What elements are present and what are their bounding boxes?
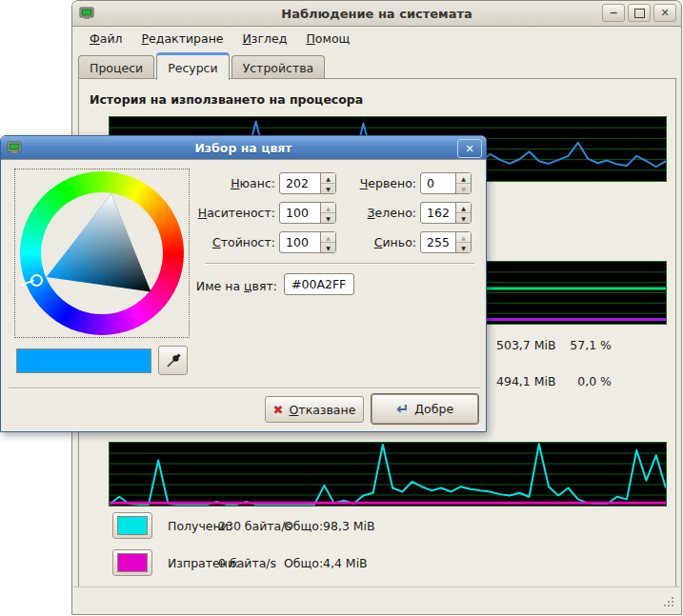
memory-percent: 57,1 % xyxy=(549,338,612,352)
saturation-down-arrow[interactable]: ▼ xyxy=(321,213,335,223)
received-rate: 230 байта/s xyxy=(218,519,291,533)
cancel-x-icon: ✖ xyxy=(273,403,284,417)
maximize-icon xyxy=(634,9,645,18)
ok-enter-icon: ↵ xyxy=(396,400,409,418)
color-picker-dialog: Избор на цвят ✕ Нюанс: 202 ▲▼ Наситеност… xyxy=(0,135,487,432)
color-wheel[interactable] xyxy=(14,169,190,338)
red-spinner[interactable]: 0 ▲▼ xyxy=(420,172,472,194)
received-total-label: Общо: xyxy=(284,519,323,533)
color-name-label: Име нацвят: xyxy=(191,275,277,298)
saturation-spinner[interactable]: 100 ▲▼ xyxy=(279,202,336,224)
tab-devices[interactable]: Устройства xyxy=(231,55,326,79)
sent-total: 4,4 MiB xyxy=(323,556,368,570)
menu-help[interactable]: Помощ xyxy=(301,29,354,49)
maximize-button[interactable] xyxy=(628,4,651,22)
sv-triangle[interactable] xyxy=(15,169,191,339)
color-preview-swatch xyxy=(16,348,151,373)
cancel-button[interactable]: ✖ Отказване xyxy=(265,396,364,423)
ok-button[interactable]: ↵ Добре xyxy=(372,394,478,424)
close-icon: ✕ xyxy=(660,7,669,19)
minimize-button[interactable]: − xyxy=(602,4,625,22)
menu-view[interactable]: Изглед xyxy=(238,29,292,49)
memory-value: 503,7 MiB xyxy=(496,338,556,352)
blue-up-arrow[interactable]: ▲ xyxy=(456,232,471,243)
received-total: 98,3 MiB xyxy=(323,519,375,533)
value-down-arrow[interactable]: ▼ xyxy=(321,243,335,252)
menu-edit[interactable]: Редактиране xyxy=(137,29,229,49)
menubar: Файл Редактиране Изглед Помощ xyxy=(73,26,354,50)
sent-color-swatch xyxy=(117,553,148,572)
statusbar xyxy=(73,586,680,613)
swap-percent: 0,0 % xyxy=(549,374,612,388)
close-icon: ✕ xyxy=(465,143,473,155)
window-title: Наблюдение на системата xyxy=(72,7,681,21)
hue-spinner[interactable]: 202 ▲▼ xyxy=(279,172,336,194)
received-color-button[interactable] xyxy=(112,512,152,539)
blue-spinner[interactable]: 255 ▲▼ xyxy=(420,231,472,253)
app-icon xyxy=(79,6,94,21)
color-name-input[interactable]: #00A2FF xyxy=(284,273,354,295)
value-label: Стойност: xyxy=(191,231,275,254)
main-titlebar[interactable]: Наблюдение на системата − ✕ xyxy=(72,1,681,27)
minimize-icon: − xyxy=(609,7,617,19)
buttons-separator xyxy=(9,387,480,389)
sent-color-button[interactable] xyxy=(112,549,152,576)
hue-marker[interactable] xyxy=(30,274,43,287)
green-label: Зелено: xyxy=(350,202,416,225)
network-history-chart xyxy=(109,442,667,507)
tab-resources[interactable]: Ресурси xyxy=(156,52,229,80)
dialog-close-button[interactable]: ✕ xyxy=(457,139,482,158)
tab-processes[interactable]: Процеси xyxy=(78,55,154,79)
close-button[interactable]: ✕ xyxy=(653,4,676,22)
hue-down-arrow[interactable]: ▼ xyxy=(321,184,335,193)
green-up-arrow[interactable]: ▲ xyxy=(456,203,471,213)
fields-separator xyxy=(205,263,474,265)
tabstrip: Процеси Ресурси Устройства xyxy=(78,52,325,79)
value-spinner[interactable]: 100 ▲▼ xyxy=(279,231,336,253)
green-spinner[interactable]: 162 ▲▼ xyxy=(420,202,472,224)
value-up-arrow[interactable]: ▲ xyxy=(321,232,335,243)
blue-label: Синьо: xyxy=(350,231,416,254)
eyedropper-button[interactable] xyxy=(158,346,188,375)
cpu-section-title: История на използването на процесора xyxy=(90,92,363,107)
screenshot-stage: { "main_window": { "title": "Наблюдение … xyxy=(0,0,683,616)
menu-file[interactable]: Файл xyxy=(85,29,128,49)
dialog-titlebar[interactable]: Избор на цвят ✕ xyxy=(1,136,486,160)
hue-label: Нюанс: xyxy=(191,172,275,195)
green-down-arrow[interactable]: ▼ xyxy=(456,213,471,223)
red-label: Червено: xyxy=(350,172,416,195)
eyedropper-icon xyxy=(165,352,182,369)
hue-up-arrow[interactable]: ▲ xyxy=(321,173,335,184)
sent-total-label: Общо: xyxy=(284,556,323,570)
saturation-label: Наситеност: xyxy=(191,202,275,225)
sent-rate: 0 байта/s xyxy=(218,556,276,570)
dialog-title: Избор на цвят xyxy=(1,141,486,155)
swap-value: 494,1 MiB xyxy=(496,374,556,388)
received-color-swatch xyxy=(117,516,148,535)
saturation-up-arrow[interactable]: ▲ xyxy=(321,203,335,213)
red-down-arrow[interactable]: ▼ xyxy=(456,184,471,193)
blue-down-arrow[interactable]: ▼ xyxy=(456,243,471,252)
resize-grip[interactable] xyxy=(664,597,673,606)
red-up-arrow[interactable]: ▲ xyxy=(456,173,471,184)
